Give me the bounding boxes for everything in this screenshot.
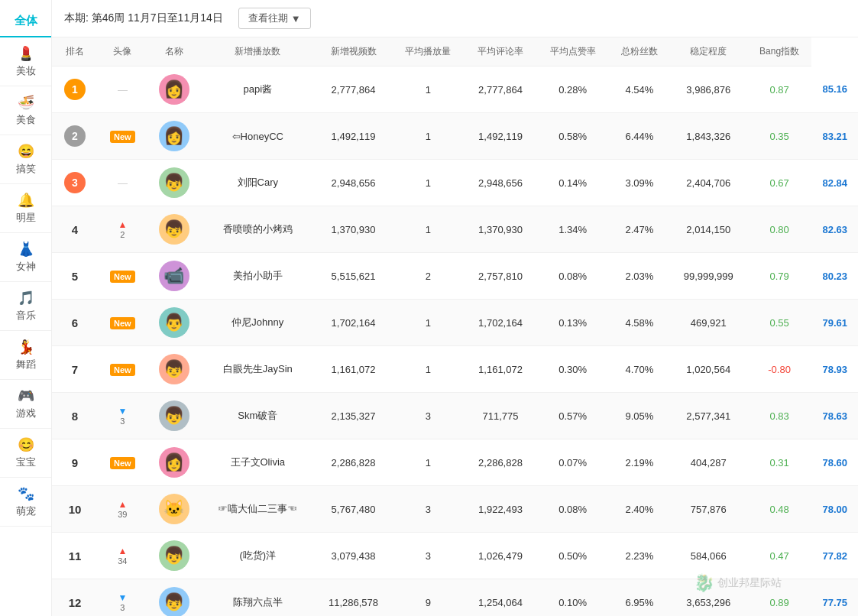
table-row: 7New👦白眼先生JaySin1,161,07211,161,0720.30%4…: [52, 346, 858, 393]
table-row: 9New👩王子文Olivia2,286,82812,286,8280.07%2.…: [52, 439, 858, 486]
arrow-down-icon: ▼: [118, 592, 127, 603]
fans-cell: 584,066: [670, 533, 747, 579]
bang-cell: 82.84: [811, 160, 858, 206]
arrow-down-icon: ▼: [118, 406, 127, 417]
rank-cell: 11: [52, 533, 98, 579]
name-cell: Skm破音: [201, 393, 315, 439]
sidebar-label-makeup: 美妆: [16, 64, 36, 78]
avg_comment-cell: 0.50%: [536, 533, 609, 579]
sidebar-item-food[interactable]: 🍜美食: [0, 86, 51, 135]
new_videos-cell: 2: [392, 253, 465, 300]
sidebar-item-music[interactable]: 🎵音乐: [0, 282, 51, 331]
sidebar-icon-baby: 😊: [18, 436, 34, 453]
sidebar-item-dance[interactable]: 💃舞蹈: [0, 331, 51, 380]
new_plays-cell: 5,767,480: [315, 486, 392, 533]
stability-cell: 0.35: [747, 113, 812, 160]
rank-cell: 10: [52, 486, 98, 533]
avg_comment-cell: 0.13%: [536, 300, 609, 346]
avatar-cell: 👦: [147, 533, 201, 579]
table-row: 3—👦刘阳Cary2,948,65612,948,6560.14%3.09%2,…: [52, 160, 858, 206]
rank-badge-2: 2: [64, 125, 86, 147]
sidebar-item-funny[interactable]: 😄搞笑: [0, 135, 51, 184]
change-cell: New: [98, 253, 147, 300]
sidebar-icon-food: 🍜: [18, 94, 34, 111]
avatar-cell: 👦: [147, 393, 201, 439]
avg_plays-cell: 1,026,479: [465, 533, 537, 579]
change-cell: ▼3: [98, 579, 147, 617]
change-cell: ▲34: [98, 533, 147, 579]
rank-cell: 12: [52, 579, 98, 617]
sidebar-all-label: 全体: [15, 14, 37, 28]
avatar: 👦: [159, 167, 189, 198]
sidebar-item-makeup[interactable]: 💄美妆: [0, 37, 51, 86]
col-header-7: 平均点赞率: [536, 37, 609, 66]
new-badge: New: [110, 271, 135, 283]
new_plays-cell: 1,161,072: [315, 346, 392, 393]
sidebar-item-all[interactable]: 全体: [0, 6, 51, 37]
col-header-1: 头像: [98, 37, 147, 66]
name-cell: ☞喵大仙二三事☜: [201, 486, 315, 533]
new_plays-cell: 1,702,164: [315, 300, 392, 346]
sidebar-item-goddess[interactable]: 👗女神: [0, 233, 51, 282]
avg_like-cell: 4.58%: [609, 300, 670, 346]
stability-cell: 0.80: [747, 206, 812, 253]
change-num: 3: [120, 603, 125, 612]
fans-cell: 757,876: [670, 486, 747, 533]
table-row: 10▲39🐱☞喵大仙二三事☜5,767,48031,922,4930.08%2.…: [52, 486, 858, 533]
avatar-cell: 👨: [147, 300, 201, 346]
avg_comment-cell: 0.58%: [536, 113, 609, 160]
sidebar-icon-funny: 😄: [18, 143, 34, 160]
table-row: 8▼3👦Skm破音2,135,3273711,7750.57%9.05%2,57…: [52, 393, 858, 439]
avg_like-cell: 2.03%: [609, 253, 670, 300]
avg_comment-cell: 0.28%: [536, 66, 609, 113]
change-cell: New: [98, 300, 147, 346]
sidebar-item-game[interactable]: 🎮游戏: [0, 380, 51, 429]
avatar-cell: 🐱: [147, 486, 201, 533]
sidebar-label-music: 音乐: [16, 309, 36, 323]
stability-cell: 0.87: [747, 66, 812, 113]
sidebar-icon-pet: 🐾: [18, 485, 34, 502]
table-row: 6New👨仲尼Johnny1,702,16411,702,1640.13%4.5…: [52, 300, 858, 346]
main-content: 本期: 第46周 11月7日至11月14日 查看往期 ▼ 排名头像名称新增播放数…: [52, 0, 858, 616]
avg_plays-cell: 1,161,072: [465, 346, 537, 393]
avatar: 👦: [159, 540, 189, 571]
sidebar-icon-goddess: 👗: [18, 241, 34, 258]
sidebar-item-baby[interactable]: 😊宝宝: [0, 429, 51, 478]
bang-cell: 78.63: [811, 393, 858, 439]
change-cell: ▲2: [98, 206, 147, 253]
bang-cell: 83.21: [811, 113, 858, 160]
fans-cell: 1,843,326: [670, 113, 747, 160]
sidebar-label-star: 明星: [16, 211, 36, 225]
name-cell: 陈翔六点半: [201, 579, 315, 617]
sidebar: 全体💄美妆🍜美食😄搞笑🔔明星👗女神🎵音乐💃舞蹈🎮游戏😊宝宝🐾萌宠: [0, 0, 52, 616]
avg_like-cell: 2.23%: [609, 533, 670, 579]
name-cell: 白眼先生JaySin: [201, 346, 315, 393]
new_videos-cell: 1: [392, 300, 465, 346]
new_videos-cell: 3: [392, 533, 465, 579]
avg_like-cell: 6.44%: [609, 113, 670, 160]
rank-cell: 6: [52, 300, 98, 346]
stability-cell: 0.31: [747, 439, 812, 486]
sidebar-icon-dance: 💃: [18, 339, 34, 355]
fans-cell: 2,404,706: [670, 160, 747, 206]
name-cell: 王子文Olivia: [201, 439, 315, 486]
fans-cell: 469,921: [670, 300, 747, 346]
avg_like-cell: 2.40%: [609, 486, 670, 533]
new_plays-cell: 2,286,828: [315, 439, 392, 486]
avatar: 🐱: [159, 494, 189, 524]
avatar-cell: 👩: [147, 113, 201, 160]
sidebar-item-pet[interactable]: 🐾萌宠: [0, 478, 51, 527]
avg_plays-cell: 1,492,119: [465, 113, 537, 160]
sidebar-item-star[interactable]: 🔔明星: [0, 184, 51, 233]
avatar: 👦: [159, 354, 189, 384]
avatar-cell: 👩: [147, 439, 201, 486]
stability-cell: 0.83: [747, 393, 812, 439]
fans-cell: 99,999,999: [670, 253, 747, 300]
sidebar-label-food: 美食: [16, 113, 36, 127]
history-button[interactable]: 查看往期 ▼: [238, 8, 311, 29]
new_plays-cell: 1,492,119: [315, 113, 392, 160]
change-cell: New: [98, 439, 147, 486]
new_videos-cell: 1: [392, 160, 465, 206]
avg_comment-cell: 1.34%: [536, 206, 609, 253]
change-num: 39: [118, 510, 127, 519]
